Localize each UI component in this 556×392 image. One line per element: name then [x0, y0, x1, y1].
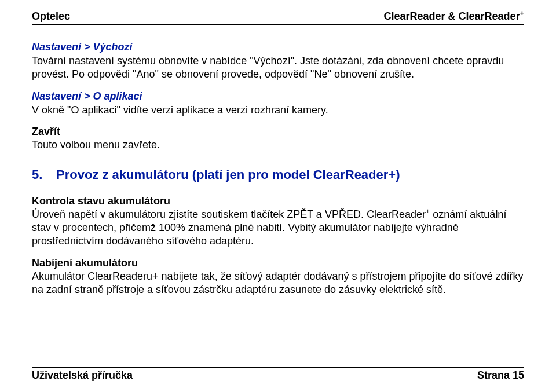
para-battery-pre: Úroveň napětí v akumulátoru zjistíte sou…: [32, 208, 426, 220]
page-header: Optelec ClearReader & ClearReader+: [32, 10, 524, 25]
section-default: Nastavení > Výchozí Tovární nastavení sy…: [32, 41, 524, 82]
nav-heading-default: Nastavení > Výchozí: [32, 41, 524, 53]
section-charging: Nabíjení akumulátoru Akumulátor ClearRea…: [32, 257, 524, 297]
section-battery-level: Kontrola stavu akumulátoru Úroveň napětí…: [32, 195, 524, 248]
subheading-battery-level: Kontrola stavu akumulátoru: [32, 195, 524, 207]
header-brand: Optelec: [32, 10, 70, 23]
footer-right: Strana 15: [477, 369, 524, 382]
subheading-charging: Nabíjení akumulátoru: [32, 257, 524, 269]
para-about: V okně "O aplikaci" vidíte verzi aplikac…: [32, 104, 524, 117]
section-number: 5.: [32, 167, 56, 182]
header-product-text: ClearReader & ClearReader: [384, 10, 520, 22]
nav-heading-about: Nastavení > O aplikaci: [32, 90, 524, 102]
para-close: Touto volbou menu zavřete.: [32, 138, 524, 152]
section-close: Zavřít Touto volbou menu zavřete.: [32, 126, 524, 152]
subheading-close: Zavřít: [32, 126, 524, 138]
header-product-sup: +: [520, 9, 524, 17]
page-footer: Uživatelská příručka Strana 15: [32, 367, 524, 382]
para-battery-level: Úroveň napětí v akumulátoru zjistíte sou…: [32, 208, 524, 248]
header-product: ClearReader & ClearReader+: [384, 10, 524, 23]
para-charging: Akumulátor ClearReaderu+ nabijete tak, ž…: [32, 270, 524, 297]
footer-left: Uživatelská příručka: [32, 369, 133, 382]
para-default: Tovární nastavení systému obnovíte v nab…: [32, 54, 524, 82]
section-heading-battery: 5.Provoz z akumulátoru (platí jen pro mo…: [32, 167, 524, 182]
section-title: Provoz z akumulátoru (platí jen pro mode…: [56, 167, 400, 182]
section-about: Nastavení > O aplikaci V okně "O aplikac…: [32, 90, 524, 117]
